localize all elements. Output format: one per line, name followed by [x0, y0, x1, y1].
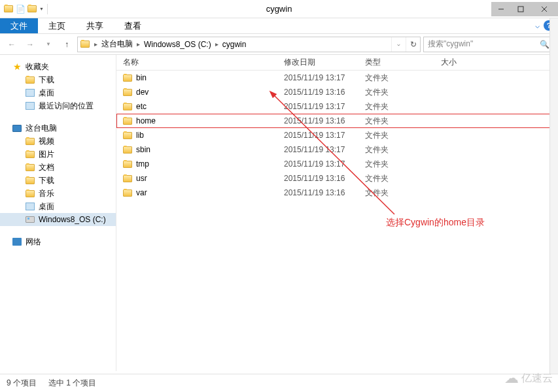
folder-icon — [25, 149, 35, 159]
sidebar-item-label: 最近访问的位置 — [39, 101, 94, 112]
sidebar: ★收藏夹 下载 桌面 最近访问的位置 这台电脑 视频 图片 文档 下载 音乐 桌… — [0, 55, 116, 371]
computer-icon — [12, 123, 22, 133]
window-folder-icon — [3, 4, 14, 14]
file-type: 文件夹 — [365, 101, 441, 112]
folder-icon — [123, 161, 132, 168]
file-type: 文件夹 — [365, 173, 441, 184]
right-edge-panel — [549, 18, 558, 392]
file-type: 文件夹 — [365, 130, 441, 141]
table-row[interactable]: lib2015/11/19 13:17文件夹 — [116, 128, 558, 142]
sidebar-item-label: 下载 — [39, 74, 54, 86]
folder-icon — [123, 103, 132, 110]
sidebar-item-videos[interactable]: 视频 — [0, 135, 116, 148]
status-selected-count: 选中 1 个项目 — [48, 378, 96, 389]
sidebar-item-recent[interactable]: 最近访问的位置 — [0, 99, 116, 112]
table-row[interactable]: usr2015/11/19 13:16文件夹 — [116, 171, 558, 186]
folder-icon — [25, 188, 35, 199]
sidebar-thispc[interactable]: 这台电脑 — [0, 122, 116, 135]
sidebar-network[interactable]: 网络 — [0, 235, 116, 248]
nav-forward-button[interactable]: → — [22, 37, 38, 52]
table-row[interactable]: home2015/11/19 13:16文件夹 — [116, 114, 558, 128]
search-input[interactable]: 搜索"cygwin" 🔍 — [423, 37, 554, 52]
file-name: dev — [136, 88, 148, 97]
qat-properties-icon[interactable]: 📄 — [15, 4, 26, 14]
file-type: 文件夹 — [365, 144, 441, 155]
ribbon-expand-icon[interactable]: ⌵ — [535, 21, 540, 30]
file-date: 2015/11/19 13:16 — [284, 188, 365, 197]
sidebar-item-label: 图片 — [39, 149, 54, 160]
sidebar-item-label: 下载 — [39, 175, 54, 186]
column-size[interactable]: 大小 — [441, 57, 493, 68]
refresh-button[interactable]: ↻ — [406, 37, 420, 52]
nav-recent-dropdown[interactable]: ▼ — [41, 37, 56, 52]
status-item-count: 9 个项目 — [7, 378, 37, 389]
address-dropdown-icon[interactable]: ⌵ — [391, 37, 406, 52]
column-type[interactable]: 类型 — [365, 57, 441, 68]
folder-icon — [123, 189, 132, 197]
search-placeholder: 搜索"cygwin" — [428, 39, 473, 50]
sidebar-item-desktop2[interactable]: 桌面 — [0, 200, 116, 213]
file-type: 文件夹 — [365, 73, 441, 84]
window-title: cygwin — [266, 4, 292, 14]
sidebar-item-desktop[interactable]: 桌面 — [0, 86, 116, 99]
crumb-sep-icon[interactable]: ▸ — [135, 41, 142, 48]
file-type: 文件夹 — [365, 159, 441, 170]
table-row[interactable]: tmp2015/11/19 13:17文件夹 — [116, 157, 558, 171]
sidebar-item-drive-c[interactable]: Windows8_OS (C:) — [0, 213, 116, 226]
minimize-button[interactable] — [491, 2, 511, 16]
folder-icon — [25, 136, 35, 146]
table-row[interactable]: dev2015/11/19 13:16文件夹 — [116, 85, 558, 99]
folder-icon — [123, 175, 132, 182]
crumb-sep-icon[interactable]: ▸ — [213, 41, 220, 48]
close-button[interactable] — [531, 2, 558, 16]
file-date: 2015/11/19 13:17 — [284, 102, 365, 111]
file-name: sbin — [136, 145, 150, 154]
qat-newfolder-icon[interactable] — [27, 4, 37, 14]
sidebar-item-documents[interactable]: 文档 — [0, 161, 116, 174]
table-row[interactable]: sbin2015/11/19 13:17文件夹 — [116, 142, 558, 157]
sidebar-item-music[interactable]: 音乐 — [0, 187, 116, 200]
table-row[interactable]: etc2015/11/19 13:17文件夹 — [116, 99, 558, 114]
sidebar-item-downloads2[interactable]: 下载 — [0, 174, 116, 187]
file-date: 2015/11/19 13:17 — [284, 145, 365, 154]
nav-back-button[interactable]: ← — [4, 37, 20, 52]
sidebar-item-label: 音乐 — [39, 188, 54, 199]
ribbon-tab-home[interactable]: 主页 — [38, 18, 76, 33]
breadcrumb-item[interactable]: Windows8_OS (C:) — [142, 40, 213, 49]
watermark: ☁ 亿速云 — [504, 370, 553, 387]
qat-dropdown-icon[interactable]: ▼ — [39, 7, 44, 11]
desktop-icon — [25, 201, 35, 212]
sidebar-item-label: 这台电脑 — [26, 123, 57, 134]
ribbon-tab-view[interactable]: 查看 — [114, 18, 152, 33]
ribbon-tab-share[interactable]: 共享 — [76, 18, 114, 33]
sidebar-favorites[interactable]: ★收藏夹 — [0, 60, 116, 73]
folder-icon — [123, 146, 132, 154]
file-name: var — [136, 188, 147, 197]
nav-up-button[interactable]: ↑ — [59, 37, 75, 52]
maximize-button[interactable] — [511, 2, 531, 16]
folder-icon — [123, 132, 132, 139]
file-tab[interactable]: 文件 — [0, 18, 38, 33]
file-date: 2015/11/19 13:17 — [284, 73, 365, 82]
sidebar-item-pictures[interactable]: 图片 — [0, 148, 116, 161]
folder-icon — [123, 89, 132, 96]
folder-icon — [123, 118, 132, 125]
column-name[interactable]: 名称 — [116, 57, 284, 68]
address-bar[interactable]: ▸ 这台电脑 ▸ Windows8_OS (C:) ▸ cygwin ⌵ ↻ — [77, 37, 421, 52]
sidebar-item-label: Windows8_OS (C:) — [39, 215, 106, 224]
desktop-icon — [25, 88, 35, 98]
table-row[interactable]: var2015/11/19 13:16文件夹 — [116, 186, 558, 200]
address-row: ← → ▼ ↑ ▸ 这台电脑 ▸ Windows8_OS (C:) ▸ cygw… — [0, 34, 558, 55]
main-content: ★收藏夹 下载 桌面 最近访问的位置 这台电脑 视频 图片 文档 下载 音乐 桌… — [0, 55, 558, 371]
breadcrumb-item[interactable]: cygwin — [220, 40, 249, 49]
crumb-sep-icon[interactable]: ▸ — [92, 41, 99, 48]
table-row[interactable]: bin2015/11/19 13:17文件夹 — [116, 71, 558, 85]
file-date: 2015/11/19 13:17 — [284, 159, 365, 169]
network-icon — [12, 237, 22, 247]
star-icon: ★ — [12, 61, 22, 72]
breadcrumb-item[interactable]: 这台电脑 — [99, 39, 135, 50]
sidebar-item-downloads[interactable]: 下载 — [0, 73, 116, 86]
file-list: 名称 修改日期 类型 大小 bin2015/11/19 13:17文件夹dev2… — [116, 55, 558, 371]
column-date[interactable]: 修改日期 — [284, 57, 365, 68]
sidebar-item-label: 桌面 — [39, 88, 54, 99]
